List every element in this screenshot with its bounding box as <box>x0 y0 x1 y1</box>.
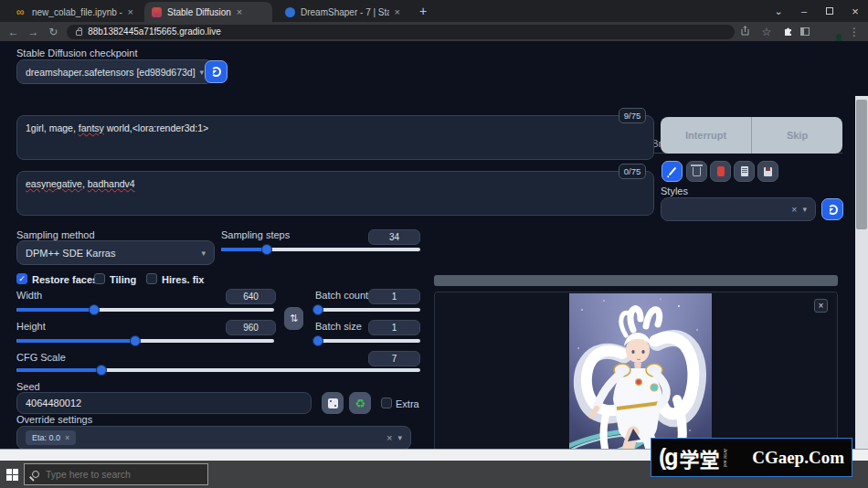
new-tab-button[interactable]: + <box>413 0 433 22</box>
checkpoint-dropdown[interactable]: dreamshaper.safetensors [ed989d673d] ▾ <box>16 59 213 84</box>
interrupt-button[interactable]: Interrupt <box>661 117 752 154</box>
refresh-checkpoint-button[interactable] <box>205 60 228 83</box>
search-icon <box>32 471 39 478</box>
hires-fix-label: Hires. fix <box>162 274 204 285</box>
slider-fill <box>16 339 135 343</box>
windows-logo-icon <box>6 469 18 481</box>
restore-faces-label: Restore faces <box>32 274 98 285</box>
browser-tab-colab[interactable]: ∞ new_colab_file.ipynb - Colaborat × <box>9 2 141 22</box>
width-value[interactable]: 640 <box>226 289 276 304</box>
window-close-button[interactable]: × <box>842 0 868 22</box>
tiling-checkbox[interactable] <box>94 273 105 284</box>
slider-knob[interactable] <box>312 304 323 315</box>
side-panel-glyph <box>800 27 810 36</box>
batch-size-value[interactable]: 1 <box>368 320 420 335</box>
window-chevron-icon[interactable]: ⌄ <box>766 0 791 22</box>
batch-count-slider[interactable] <box>315 308 420 312</box>
apply-style-button[interactable] <box>734 161 755 182</box>
batch-count-value[interactable]: 1 <box>368 289 420 304</box>
browser-tab-dreamshaper[interactable]: DreamShaper - 7 | Stable Diffusi × <box>278 2 408 22</box>
back-button[interactable]: ← <box>4 26 24 38</box>
seed-label: Seed <box>16 381 40 392</box>
save-icon <box>764 167 772 176</box>
cfg-scale-label: CFG Scale <box>16 352 66 363</box>
prompt-input[interactable]: 1girl, mage, fantsy world,<lora:render3d… <box>16 115 654 160</box>
styles-dropdown[interactable]: × ▾ <box>661 197 816 221</box>
extensions-puzzle-icon[interactable] <box>778 26 799 38</box>
batch-count-label: Batch count <box>315 290 368 301</box>
side-panel-icon[interactable] <box>800 27 820 36</box>
close-image-button[interactable]: × <box>814 299 828 313</box>
cfg-scale-slider[interactable] <box>16 368 420 372</box>
close-icon[interactable]: × <box>237 6 242 17</box>
clear-icon[interactable]: × <box>386 432 392 443</box>
forward-button[interactable]: → <box>24 26 44 38</box>
slider-fill <box>221 248 267 251</box>
address-bar[interactable]: 88b1382445a71f5665.gradio.live <box>67 25 735 39</box>
slider-knob[interactable] <box>261 244 272 255</box>
window-maximize-button[interactable] <box>817 0 842 22</box>
slider-knob[interactable] <box>96 365 107 376</box>
page-scrollbar[interactable] <box>855 96 868 449</box>
close-icon[interactable]: × <box>395 6 400 17</box>
override-chip[interactable]: Eta: 0.0 × <box>26 430 76 445</box>
chevron-down-icon: ▾ <box>199 68 204 77</box>
swap-dimensions-button[interactable]: ⇅ <box>284 307 303 330</box>
slider-knob[interactable] <box>130 335 141 346</box>
paste-params-button[interactable] <box>662 161 683 182</box>
height-slider[interactable] <box>16 339 274 343</box>
document-icon <box>741 166 748 176</box>
cfg-scale-value[interactable]: 7 <box>368 351 420 366</box>
override-chip-text: Eta: 0.0 <box>32 433 60 442</box>
styles-label: Styles <box>661 186 688 196</box>
window-minimize-button[interactable]: – <box>791 0 817 22</box>
gradio-icon <box>152 7 162 17</box>
clear-icon[interactable]: × <box>791 204 797 215</box>
sampling-method-dropdown[interactable]: DPM++ SDE Karras ▾ <box>16 240 215 265</box>
extra-seed-checkbox[interactable] <box>381 398 392 408</box>
browser-tab-stable-diffusion[interactable]: Stable Diffusion × <box>144 2 272 22</box>
restore-faces-checkbox[interactable]: ✓ <box>16 273 27 284</box>
width-slider[interactable] <box>16 308 274 312</box>
scrollbar-thumb[interactable] <box>856 100 867 229</box>
override-settings-dropdown[interactable]: Eta: 0.0 × × ▾ <box>16 426 411 449</box>
start-button[interactable] <box>0 461 24 488</box>
sampling-method-value: DPM++ SDE Karras <box>26 248 115 259</box>
dice-icon <box>328 398 338 408</box>
save-style-button[interactable] <box>757 161 778 182</box>
watermark-logo: (g <box>659 444 677 471</box>
close-icon[interactable]: × <box>128 6 133 17</box>
refresh-icon <box>211 67 221 77</box>
refresh-icon <box>828 205 838 215</box>
height-value[interactable]: 960 <box>226 320 276 335</box>
browser-menu-icon[interactable]: ⋮ <box>844 26 864 38</box>
slider-knob[interactable] <box>89 304 100 315</box>
slider-knob[interactable] <box>312 335 323 346</box>
sampling-steps-value[interactable]: 34 <box>368 229 420 245</box>
sampling-steps-label: Sampling steps <box>221 229 290 240</box>
hires-fix-checkbox[interactable] <box>146 273 157 284</box>
generated-image[interactable] <box>569 293 712 449</box>
close-icon[interactable]: × <box>65 433 69 442</box>
close-icon: × <box>819 301 824 311</box>
bookmark-star-icon[interactable]: ☆ <box>757 26 777 38</box>
reuse-seed-button[interactable]: ♻ <box>349 392 371 414</box>
share-icon[interactable] <box>735 26 755 38</box>
negative-prompt-input[interactable]: easynegative, badhandv4 <box>16 171 654 216</box>
negative-token-counter: 0/75 <box>619 164 646 179</box>
tab-label: new_colab_file.ipynb - Colaborat <box>32 7 122 17</box>
refresh-styles-button[interactable] <box>821 198 843 220</box>
tab-label: Stable Diffusion <box>167 7 231 17</box>
random-seed-button[interactable] <box>322 392 344 414</box>
negative-text: easynegative <box>26 178 82 189</box>
extra-networks-button[interactable] <box>710 161 731 182</box>
sampling-steps-slider[interactable] <box>221 248 420 251</box>
clear-prompt-button[interactable] <box>686 161 707 182</box>
batch-size-slider[interactable] <box>315 339 420 343</box>
reload-button[interactable]: ↻ <box>43 26 63 38</box>
checkpoint-value: dreamshaper.safetensors [ed989d673d] <box>26 67 196 78</box>
skip-button[interactable]: Skip <box>752 117 842 154</box>
taskbar-search[interactable] <box>24 463 208 485</box>
seed-input[interactable] <box>16 392 312 414</box>
search-input[interactable] <box>46 469 183 480</box>
